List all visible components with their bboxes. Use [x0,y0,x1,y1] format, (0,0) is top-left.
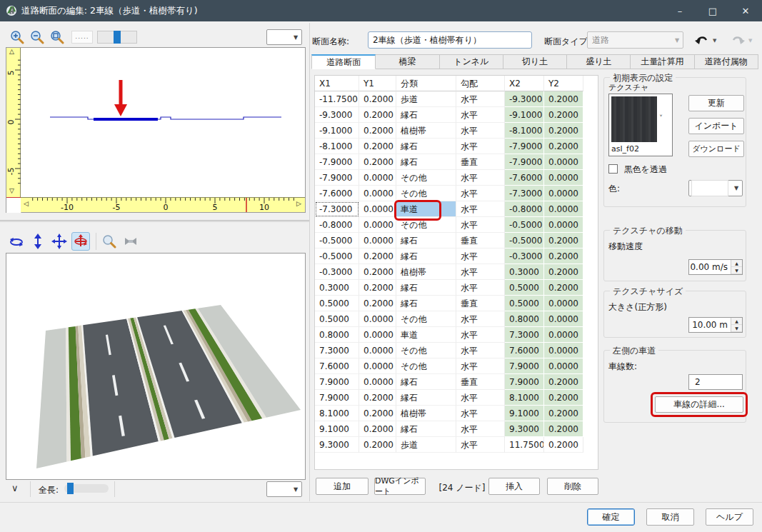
dwg-import-button[interactable]: DWGインポート [374,478,426,495]
table-cell[interactable]: 0.2000 [359,264,396,280]
table-cell[interactable]: -7.9000 [315,170,359,186]
tilt-vertical-icon[interactable] [29,232,47,251]
table-cell[interactable]: 0.5000 [505,296,544,311]
table-cell[interactable]: 0.0000 [359,170,396,186]
table-cell[interactable]: -0.5000 [315,233,359,249]
spin-up-icon[interactable]: ▲ [731,318,742,325]
table-cell[interactable]: 8.1000 [505,390,544,406]
minimize-button[interactable]: – [663,0,696,21]
title-bar[interactable]: 道路断面の編集: 2車線（歩道・植樹帯有り) – □ ✕ [0,0,762,21]
table-cell[interactable]: -9.1000 [505,107,544,123]
table-cell[interactable]: 0.0000 [544,154,583,170]
table-cell[interactable]: 0.0000 [544,217,583,233]
table-cell[interactable]: 0.0000 [544,186,583,201]
table-cell[interactable]: 縁石 [396,374,456,390]
pan-icon[interactable] [50,232,69,251]
table-cell[interactable]: 0.2000 [359,249,396,264]
table-cell[interactable]: 8.1000 [315,406,359,421]
table-cell[interactable]: 縁石 [396,107,456,123]
table-cell[interactable]: -0.3000 [315,264,359,280]
ruler-right-arrow-icon[interactable]: ▷ [296,201,301,207]
zoom-fit-icon[interactable] [49,29,66,46]
tab-6[interactable]: 道路付属物 [694,54,758,69]
texture-dropdown-chevron-icon[interactable]: ˅ [659,114,663,122]
table-cell[interactable]: 7.9000 [505,358,544,374]
table-cell[interactable]: 植樹帯 [396,264,456,280]
camera-view-icon[interactable] [121,232,140,251]
table-cell[interactable]: 0.2000 [359,154,396,170]
table-cell[interactable]: 車道 [396,201,456,217]
table-cell[interactable]: 縁石 [396,296,456,311]
table-cell[interactable]: 水平 [456,311,505,327]
table-cell[interactable]: その他 [396,343,456,358]
table-cell[interactable]: 縁石 [396,233,456,249]
table-cell[interactable]: 水平 [456,123,505,139]
table-cell[interactable]: 0.2000 [544,107,583,123]
table-cell[interactable]: 0.2000 [544,91,583,107]
table-cell[interactable]: 水平 [456,91,505,107]
table-cell[interactable]: 7.6000 [505,343,544,358]
table-cell[interactable]: 水平 [456,280,505,296]
table-cell[interactable]: その他 [396,358,456,374]
table-cell[interactable]: 0.0000 [359,311,396,327]
table-cell[interactable]: 0.0000 [544,201,583,217]
transparent-black-checkbox[interactable] [608,164,618,174]
table-cell[interactable]: 0.0000 [544,296,583,311]
table-cell[interactable]: 歩道 [396,91,456,107]
table-cell[interactable]: -0.8000 [315,217,359,233]
table-cell[interactable]: -8.1000 [505,123,544,139]
tab-4[interactable]: 盛り土 [566,54,631,69]
tab-0[interactable]: 道路断面 [311,54,376,69]
table-cell[interactable]: 0.2000 [359,390,396,406]
ruler-up-arrow-icon[interactable]: △ [9,49,14,55]
orbit-horizontal-icon[interactable] [7,232,26,251]
table-cell[interactable]: 水平 [456,201,505,217]
table-cell[interactable]: -9.3000 [505,91,544,107]
table-cell[interactable]: 縁石 [396,154,456,170]
table-cell[interactable]: 0.5000 [315,296,359,311]
table-cell[interactable]: 水平 [456,358,505,374]
table-cell[interactable]: 7.3000 [505,327,544,343]
tab-5[interactable]: 土量計算用 [630,54,694,69]
color-dropdown[interactable]: ▼ [688,180,743,196]
table-cell[interactable]: 水平 [456,170,505,186]
table-header-cell[interactable]: Y2 [544,76,583,91]
table-cell[interactable]: 水平 [456,139,505,154]
table-cell[interactable]: 植樹帯 [396,406,456,421]
table-cell[interactable]: 0.2000 [544,374,583,390]
table-cell[interactable]: 垂直 [456,374,505,390]
download-button[interactable]: ダウンロード [688,141,744,157]
table-header-cell[interactable]: X1 [315,76,359,91]
table-cell[interactable]: 垂直 [456,154,505,170]
table-cell[interactable]: 植樹帯 [396,123,456,139]
table-cell[interactable]: 縁石 [396,421,456,437]
table-cell[interactable]: 縁石 [396,139,456,154]
table-cell[interactable]: 車道 [396,327,456,343]
table-cell[interactable]: 7.9000 [315,390,359,406]
table-cell[interactable]: -7.9000 [505,139,544,154]
zoom-slider[interactable] [97,31,137,44]
undo-dropdown-arrow-icon[interactable]: ▼ [713,38,716,44]
size-spinner[interactable]: 10.00 m ▲▼ [688,317,743,333]
table-cell[interactable]: 0.0000 [359,186,396,201]
table-cell[interactable]: 0.2000 [544,123,583,139]
collapse-chevron-icon[interactable]: ∨ [11,483,19,493]
table-cell[interactable]: 0.8000 [315,327,359,343]
table-cell[interactable]: -7.3000 [505,186,544,201]
table-cell[interactable]: 縁石 [396,390,456,406]
table-cell[interactable]: 9.3000 [505,421,544,437]
zoom-out-icon[interactable] [29,29,46,46]
table-cell[interactable]: 0.0000 [359,374,396,390]
view-3d-preset-dropdown[interactable]: ▼ [266,481,302,497]
table-cell[interactable]: 水平 [456,249,505,264]
table-cell[interactable]: 垂直 [456,296,505,311]
length-slider[interactable] [64,484,109,493]
table-cell[interactable]: 0.2000 [544,249,583,264]
free-rotate-icon[interactable] [71,232,90,251]
table-cell[interactable]: 0.2000 [544,437,583,453]
table-cell[interactable]: 0.0000 [359,201,396,217]
table-header-cell[interactable]: X2 [505,76,544,91]
table-cell[interactable]: 0.2000 [359,107,396,123]
table-cell[interactable]: 0.0000 [544,311,583,327]
section-name-input[interactable]: 2車線（歩道・植樹帯有り） [368,31,532,49]
